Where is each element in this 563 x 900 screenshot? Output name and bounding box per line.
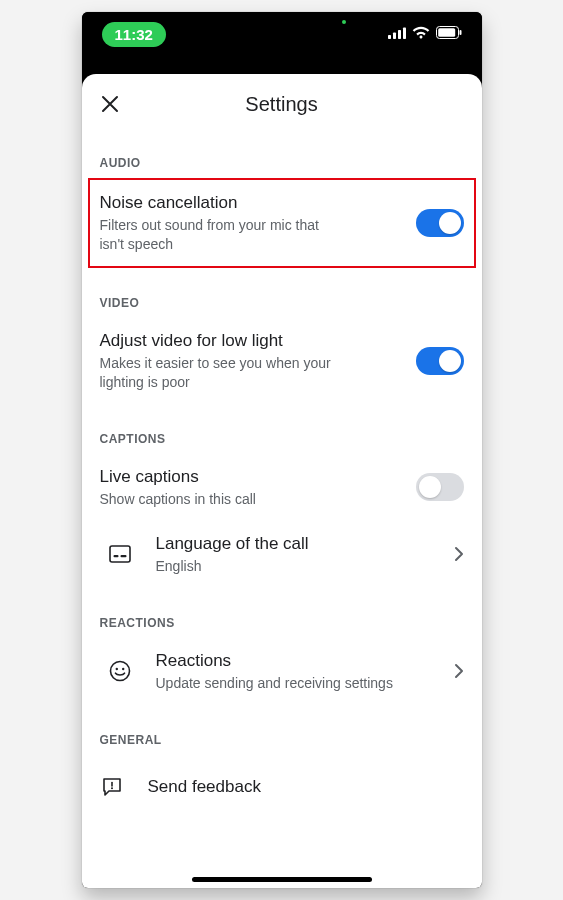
live-captions-sub: Show captions in this call <box>100 490 340 509</box>
svg-rect-9 <box>120 555 126 557</box>
cellular-icon <box>388 25 406 43</box>
low-light-toggle[interactable] <box>416 347 464 375</box>
settings-sheet: Settings AUDIO Noise cancellation Filter… <box>82 74 482 888</box>
row-reactions[interactable]: Reactions Update sending and receiving s… <box>82 638 482 705</box>
statusbar: 11:32 <box>82 12 482 56</box>
reactions-sub: Update sending and receiving settings <box>156 674 396 693</box>
svg-point-10 <box>110 662 129 681</box>
noise-cancellation-toggle[interactable] <box>416 209 464 237</box>
home-indicator[interactable] <box>192 877 372 882</box>
section-header-video: VIDEO <box>82 268 482 318</box>
titlebar: Settings <box>82 74 482 128</box>
svg-rect-8 <box>113 555 118 557</box>
section-header-audio: AUDIO <box>82 128 482 178</box>
svg-point-11 <box>115 668 117 670</box>
chevron-right-icon <box>454 546 464 562</box>
row-language[interactable]: Language of the call English <box>82 521 482 588</box>
live-captions-title: Live captions <box>100 466 400 488</box>
svg-rect-6 <box>459 30 461 35</box>
svg-point-14 <box>111 787 113 789</box>
noise-cancellation-sub: Filters out sound from your mic that isn… <box>100 216 340 254</box>
page-title: Settings <box>245 93 317 116</box>
recording-dot-icon <box>342 20 346 24</box>
smiley-icon <box>109 660 131 682</box>
time-pill[interactable]: 11:32 <box>102 22 166 47</box>
status-icons <box>388 25 462 43</box>
close-icon <box>101 95 119 113</box>
low-light-title: Adjust video for low light <box>100 330 400 352</box>
row-send-feedback[interactable]: Send feedback <box>82 755 482 819</box>
row-noise-cancellation[interactable]: Noise cancellation Filters out sound fro… <box>88 178 476 268</box>
section-header-captions: CAPTIONS <box>82 404 482 454</box>
chevron-right-icon <box>454 663 464 679</box>
section-header-general: GENERAL <box>82 705 482 755</box>
content-scroll[interactable]: AUDIO Noise cancellation Filters out sou… <box>82 128 482 888</box>
send-feedback-title: Send feedback <box>148 776 464 798</box>
row-live-captions[interactable]: Live captions Show captions in this call <box>82 454 482 521</box>
language-title: Language of the call <box>156 533 438 555</box>
svg-rect-1 <box>393 33 396 40</box>
svg-rect-3 <box>403 28 406 40</box>
svg-rect-7 <box>110 546 130 562</box>
device-frame: 11:32 Settings AUDIO <box>82 12 482 888</box>
section-header-reactions: REACTIONS <box>82 588 482 638</box>
row-low-light[interactable]: Adjust video for low light Makes it easi… <box>82 318 482 404</box>
svg-point-12 <box>122 668 124 670</box>
live-captions-toggle[interactable] <box>416 473 464 501</box>
close-button[interactable] <box>98 92 122 116</box>
language-sub: English <box>156 557 396 576</box>
battery-icon <box>436 25 462 43</box>
reactions-title: Reactions <box>156 650 438 672</box>
svg-rect-2 <box>398 30 401 39</box>
wifi-icon <box>412 25 430 43</box>
feedback-icon <box>101 776 123 798</box>
low-light-sub: Makes it easier to see you when your lig… <box>100 354 340 392</box>
cc-icon <box>109 545 131 563</box>
svg-rect-0 <box>388 35 391 39</box>
noise-cancellation-title: Noise cancellation <box>100 192 400 214</box>
svg-rect-5 <box>438 28 455 37</box>
